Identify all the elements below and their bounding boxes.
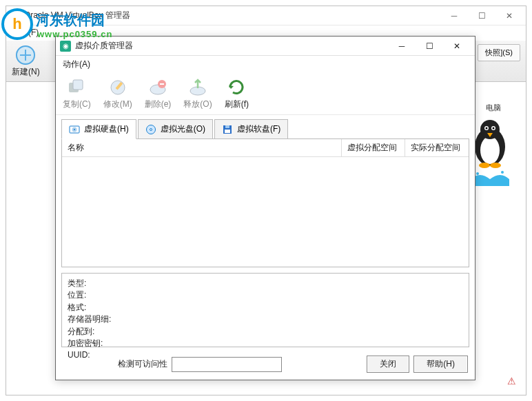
svg-rect-28 — [225, 125, 229, 128]
detail-format: 格式: — [68, 302, 463, 313]
detail-encryption: 加密密钥: — [68, 338, 463, 349]
menu-action[interactable]: 动作(A) — [63, 59, 90, 69]
modify-icon — [107, 76, 129, 99]
detail-attached: 分配到: — [68, 326, 463, 338]
svg-point-3 — [17, 46, 34, 64]
remove-label: 删除(e) — [145, 99, 172, 110]
media-manager-icon: ◉ — [60, 41, 71, 52]
release-icon — [187, 76, 209, 99]
dialog-window-controls: ─ ☐ ✕ — [388, 37, 471, 55]
copy-button[interactable]: 复制(C) — [63, 76, 91, 110]
svg-point-9 — [486, 127, 488, 130]
snapshot-button[interactable]: 快照](S) — [478, 44, 520, 61]
svg-point-24 — [74, 129, 75, 130]
svg-point-10 — [493, 127, 495, 130]
main-window-controls: ─ ☐ ✕ — [440, 6, 523, 25]
close-button[interactable]: ✕ — [495, 6, 523, 25]
tab-hard-disk[interactable]: 虚拟硬盘(H) — [61, 119, 136, 139]
dialog-title: 虚拟介质管理器 — [75, 40, 388, 52]
accessibility-label: 检测可访问性 — [118, 358, 167, 370]
media-manager-dialog: ◉ 虚拟介质管理器 ─ ☐ ✕ 动作(A) 复制(C) 修改(M) 删除(e) … — [55, 36, 475, 380]
penguin-icon — [469, 116, 511, 171]
floppy-disk-icon — [222, 124, 233, 135]
modify-label: 修改(M) — [103, 99, 132, 110]
tab-optical-disk[interactable]: 虚拟光盘(O) — [138, 119, 213, 138]
detail-location: 位置: — [68, 289, 463, 301]
column-actual-size[interactable]: 实际分配空间 — [405, 139, 469, 156]
minimize-button[interactable]: ─ — [440, 6, 468, 25]
new-vm-button[interactable]: 新建(N) — [12, 44, 40, 78]
dialog-minimize-button[interactable]: ─ — [388, 37, 416, 55]
detail-type: 类型: — [68, 278, 463, 289]
svg-rect-1 — [12, 13, 17, 19]
remove-button[interactable]: 删除(e) — [145, 76, 172, 110]
menu-file[interactable]: 控制(F) — [12, 28, 39, 37]
dialog-titlebar: ◉ 虚拟介质管理器 ─ ☐ ✕ — [56, 37, 475, 56]
hard-disk-icon — [69, 124, 80, 135]
svg-rect-29 — [225, 130, 230, 133]
svg-rect-16 — [73, 80, 83, 90]
list-body[interactable] — [62, 157, 469, 267]
tab-cd-label: 虚拟光盘(O) — [161, 123, 205, 135]
copy-icon — [65, 76, 88, 99]
refresh-label: 刷新(f) — [225, 99, 249, 110]
detail-storage: 存储器明细: — [68, 313, 463, 325]
sidebar-vm-label: 电脑 — [469, 103, 518, 113]
dialog-toolbar: 复制(C) 修改(M) 删除(e) 释放(O) 刷新(f) — [56, 72, 475, 115]
maximize-button[interactable]: ☐ — [468, 6, 495, 25]
svg-point-14 — [501, 171, 504, 174]
column-name[interactable]: 名称 — [62, 139, 342, 156]
main-titlebar: Oracle VM VirtualBox 管理器 ─ ☐ ✕ — [6, 6, 526, 25]
svg-point-13 — [476, 172, 479, 175]
release-button[interactable]: 释放(O) — [183, 76, 212, 110]
refresh-button[interactable]: 刷新(f) — [225, 76, 249, 110]
details-panel: 类型: 位置: 格式: 存储器明细: 分配到: 加密密钥: UUID: — [61, 273, 469, 347]
remove-icon — [147, 76, 169, 99]
sidebar-vm-penguin[interactable]: 电脑 — [469, 103, 518, 185]
optical-disk-icon — [145, 124, 156, 135]
modify-button[interactable]: 修改(M) — [103, 76, 132, 110]
list-header: 名称 虚拟分配空间 实际分配空间 — [62, 139, 469, 157]
refresh-icon — [225, 76, 247, 99]
main-right-toolbar: 快照](S) — [478, 44, 520, 61]
new-icon — [14, 44, 37, 66]
close-dialog-button[interactable]: 关闭 — [367, 356, 409, 373]
dialog-maximize-button[interactable]: ☐ — [416, 37, 443, 55]
media-list: 名称 虚拟分配空间 实际分配空间 — [61, 138, 469, 267]
column-virtual-size[interactable]: 虚拟分配空间 — [342, 139, 405, 156]
release-label: 释放(O) — [183, 99, 212, 110]
main-title: Oracle VM VirtualBox 管理器 — [24, 10, 440, 21]
virtualbox-icon — [9, 10, 20, 21]
help-button[interactable]: 帮助(H) — [413, 356, 468, 373]
dialog-tabs: 虚拟硬盘(H) 虚拟光盘(O) 虚拟软盘(F) — [56, 115, 475, 138]
tab-floppy-disk[interactable]: 虚拟软盘(F) — [214, 119, 288, 138]
copy-label: 复制(C) — [63, 99, 91, 110]
dialog-menubar: 动作(A) — [56, 56, 475, 72]
accessibility-progress — [172, 357, 282, 372]
dialog-close-button[interactable]: ✕ — [443, 37, 471, 55]
dialog-footer: 检测可访问性 关闭 帮助(H) — [56, 350, 475, 380]
svg-point-11 — [479, 163, 490, 168]
tab-fd-label: 虚拟软盘(F) — [237, 123, 280, 135]
status-warning-icon: ⚠ — [507, 376, 516, 387]
tab-hdd-label: 虚拟硬盘(H) — [84, 123, 129, 135]
svg-point-5 — [480, 136, 500, 164]
new-label: 新建(N) — [12, 66, 40, 78]
water-splash-icon — [469, 167, 511, 187]
svg-point-12 — [490, 163, 501, 168]
svg-point-26 — [150, 128, 152, 130]
